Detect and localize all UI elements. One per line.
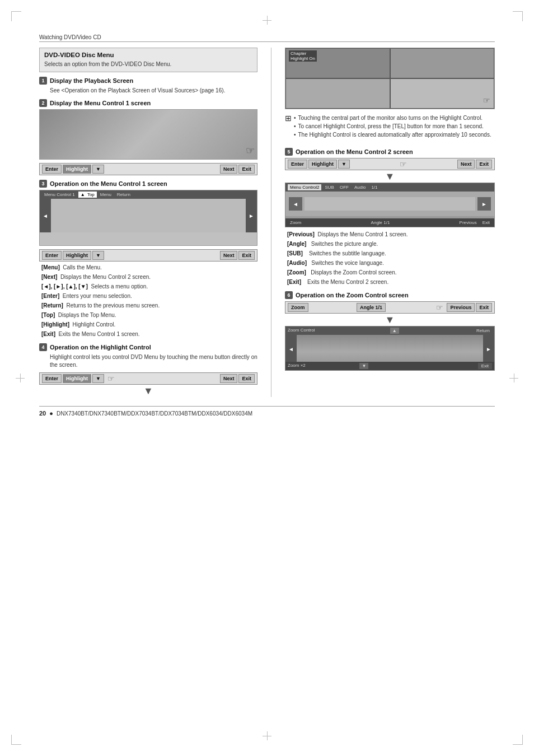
left-column: DVD-VIDEO Disc Menu Selects an option fr… (39, 48, 257, 397)
btn-exit-4[interactable]: Exit (238, 374, 255, 383)
chapter-label: ChapterHighlight On (289, 50, 317, 62)
step5-header: 5 Operation on the Menu Control 2 screen (285, 148, 495, 156)
btn-next-2[interactable]: Next (220, 165, 238, 174)
btn-down-5t[interactable]: ▼ (338, 160, 350, 169)
step3-ctrl-bar: Enter Highlight ▼ Next Exit (39, 249, 257, 262)
btn-down-4[interactable]: ▼ (92, 374, 104, 383)
step5-top-ctrl: Enter Highlight ▼ ☞ Next Exit (285, 158, 495, 170)
step3-header: 3 Operation on the Menu Control 1 screen (39, 180, 257, 188)
arrow-down-left: ▼ (39, 386, 257, 396)
dvd-menu-box: DVD-VIDEO Disc Menu Selects an option fr… (39, 48, 257, 72)
step5-num: 5 (285, 148, 293, 156)
step3-detail-list: [Menu] Calls the Menu. [Next] Displays t… (41, 263, 257, 339)
btn-highlight-5t[interactable]: Highlight (308, 160, 337, 169)
step5-detail-list: [Previous] Displays the Menu Control 1 s… (287, 230, 495, 287)
corner-mark-br (513, 735, 523, 745)
return-item: Return (115, 192, 133, 198)
page-outer: Watching DVD/Video CD DVD-VIDEO Disc Men… (0, 0, 534, 756)
chapter-cell-4: ☞ (390, 78, 495, 109)
note-1: Touching the central part of the monitor… (294, 114, 491, 122)
detail-menu: [Menu] Calls the Menu. (41, 263, 257, 272)
btn-exit-2[interactable]: Exit (238, 165, 255, 174)
menu-inner: ◄ ► (40, 199, 257, 232)
page-model: DNX7340BT/DNX7340BTM/DDX7034BT/DDX7034BT… (57, 410, 252, 417)
corner-mark-tr (513, 11, 523, 21)
detail-exit: [Exit] Exits the Menu Control 1 screen. (41, 329, 257, 339)
btn-enter-4[interactable]: Enter (42, 374, 62, 383)
detail5-prev: [Previous] Displays the Menu Control 1 s… (287, 230, 495, 239)
detail5-angle: [Angle] Switches the picture angle. (287, 239, 495, 249)
btn-down-3[interactable]: ▼ (92, 251, 104, 260)
btn-enter-5t[interactable]: Enter (288, 160, 307, 169)
divider-v (271, 48, 271, 397)
step6-header: 6 Operation on the Zoom Control screen (285, 291, 495, 299)
crosshair-left (16, 374, 25, 382)
right-column: ChapterHighlight On ☞ ⊞ Touching the cen… (285, 48, 495, 397)
zoom-screen: Zoom Control ▲ Return ◄ ► Zoom ×2 (285, 326, 495, 371)
btn-exit-3[interactable]: Exit (238, 251, 255, 260)
step4-header: 4 Operation on the Highlight Control (39, 343, 257, 351)
step2-header: 2 Display the Menu Control 1 screen (39, 99, 257, 107)
btn-enter-2[interactable]: Enter (42, 165, 62, 174)
content-layout: DVD-VIDEO Disc Menu Selects an option fr… (39, 48, 495, 397)
note-2: To cancel Highlight Control, press the [… (294, 122, 491, 130)
detail-dirs: [◄], [►], [▲], [▼] Selects a menu option… (41, 282, 257, 291)
step1-num: 1 (39, 77, 47, 85)
menu-right-btn[interactable]: ► (246, 199, 257, 232)
step2-title: Display the Menu Control 1 screen (50, 100, 151, 106)
btn-highlight-4[interactable]: Highlight (63, 374, 91, 383)
btn-next-3[interactable]: Next (220, 251, 238, 260)
btn-highlight-2[interactable]: Highlight (63, 165, 91, 174)
btn-down-2[interactable]: ▼ (92, 165, 104, 174)
page-number: 20 (39, 410, 46, 417)
notes-section: ⊞ Touching the central part of the monit… (285, 114, 495, 143)
zoom-ctrl-top: Zoom Control ▲ Return (285, 326, 494, 335)
detail-return: [Return] Returns to the previous menu sc… (41, 301, 257, 310)
mc2-top: Menu Control2 SUB OFF Audio 1/1 (285, 183, 494, 192)
detail-top: [Top] Displays the Top Menu. (41, 310, 257, 320)
chapter-cell-2 (390, 48, 495, 78)
btn-exit-t[interactable]: Exit (476, 303, 492, 312)
step6-num: 6 (285, 291, 293, 299)
btn-angle-t[interactable]: Angle 1/1 (357, 303, 386, 312)
btn-next-5t[interactable]: Next (457, 160, 475, 169)
section-title: Watching DVD/Video CD (39, 34, 101, 40)
step4-num: 4 (39, 343, 47, 351)
menu-item: Menu (98, 192, 114, 198)
step2-num: 2 (39, 99, 47, 107)
step3-screen: Menu Control 1 ▲ Top Menu Return ◄ ► (39, 190, 257, 246)
btn-next-4[interactable]: Next (220, 374, 238, 383)
btn-enter-3[interactable]: Enter (42, 251, 62, 260)
btn-prev-t[interactable]: Previous (447, 303, 475, 312)
btn-highlight-3[interactable]: Highlight (63, 251, 91, 260)
note-icon: ⊞ (285, 114, 292, 123)
footer-bullet: ● (49, 410, 53, 417)
detail-highlight: [Highlight] Highlight Control. (41, 320, 257, 329)
step5-title: Operation on the Menu Control 2 screen (296, 148, 413, 155)
arrow-down-right2: ▼ (285, 315, 495, 325)
step6-title: Operation on the Zoom Control screen (296, 292, 409, 298)
page-title-bar: Watching DVD/Video CD (39, 34, 495, 42)
step3-title: Operation on the Menu Control 1 screen (50, 180, 167, 187)
dvd-menu-title: DVD-VIDEO Disc Menu (44, 52, 252, 58)
crosshair-top (263, 16, 271, 25)
crosshair-right (509, 374, 518, 382)
menu-left-btn[interactable]: ◄ (40, 199, 51, 232)
step4-title: Operation on the Highlight Control (50, 344, 151, 351)
detail-enter: [Enter] Enters your menu selection. (41, 291, 257, 301)
detail5-audio: [Audio] Switches the voice language. (287, 258, 495, 268)
menu-center (51, 199, 246, 232)
menu-top-item: ▲ Top (78, 192, 97, 198)
step4-ctrl-bar: Enter Highlight ▼ ☞ Next Exit (39, 372, 257, 385)
chapter-cell-3 (285, 78, 390, 109)
btn-zoom-t[interactable]: Zoom (288, 303, 308, 312)
dvd-menu-desc: Selects an option from the DVD-VIDEO Dis… (44, 60, 252, 68)
mc2-container: Menu Control2 SUB OFF Audio 1/1 ◄ ► Zoom (285, 183, 495, 227)
step2-ctrl-bar: Enter Highlight ▼ Next Exit (39, 163, 257, 175)
detail5-sub: [SUB] Switches the subtitle language. (287, 249, 495, 258)
btn-exit-5t[interactable]: Exit (476, 160, 492, 169)
menu-top-bar: Menu Control 1 ▲ Top Menu Return (40, 190, 257, 199)
zoom-bottom: Zoom ×2 ▼ Exit (285, 362, 494, 370)
step1-header: 1 Display the Playback Screen (39, 77, 257, 85)
step1-title: Display the Playback Screen (50, 77, 133, 84)
